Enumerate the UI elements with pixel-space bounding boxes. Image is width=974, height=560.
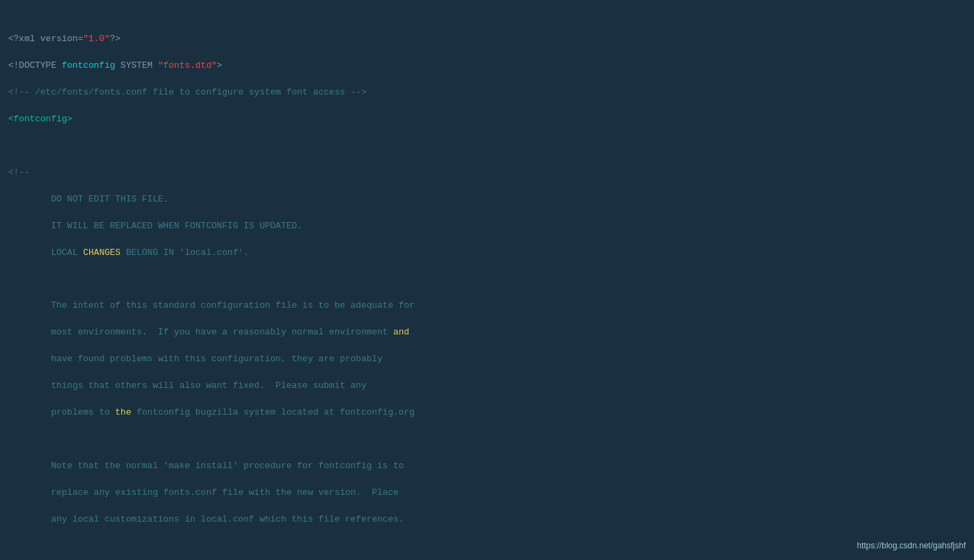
line-20 — [8, 539, 966, 552]
line-14: things that others will also want fixed.… — [8, 379, 966, 393]
line-4: <fontconfig> — [8, 112, 966, 126]
line-16 — [8, 433, 966, 446]
line-12: most environments. If you have a reasona… — [8, 326, 966, 339]
code-viewer: <?xml version="1.0"?> <!DOCTYPE fontconf… — [0, 0, 974, 560]
line-6: <!-- — [8, 166, 966, 180]
line-15: problems to the fontconfig bugzilla syst… — [8, 406, 966, 419]
line-2: <!DOCTYPE fontconfig SYSTEM "fonts.dtd"> — [8, 59, 966, 73]
line-8: IT WILL BE REPLACED WHEN FONTCONFIG IS U… — [8, 219, 966, 233]
line-10 — [8, 273, 966, 286]
line-11: The intent of this standard configuratio… — [8, 299, 966, 313]
line-19: any local customizations in local.conf w… — [8, 513, 966, 526]
line-18: replace any existing fonts.conf file wit… — [8, 486, 966, 500]
line-7: DO NOT EDIT THIS FILE. — [8, 193, 966, 206]
line-9: LOCAL CHANGES BELONG IN 'local.conf'. — [8, 246, 966, 260]
line-17: Note that the normal 'make install' proc… — [8, 459, 966, 473]
line-5 — [8, 139, 966, 152]
line-1: <?xml version="1.0"?> — [8, 32, 966, 46]
line-3: <!-- /etc/fonts/fonts.conf file to confi… — [8, 86, 966, 99]
line-13: have found problems with this configurat… — [8, 352, 966, 366]
watermark: https://blog.csdn.net/gahsfjshf — [857, 539, 966, 552]
